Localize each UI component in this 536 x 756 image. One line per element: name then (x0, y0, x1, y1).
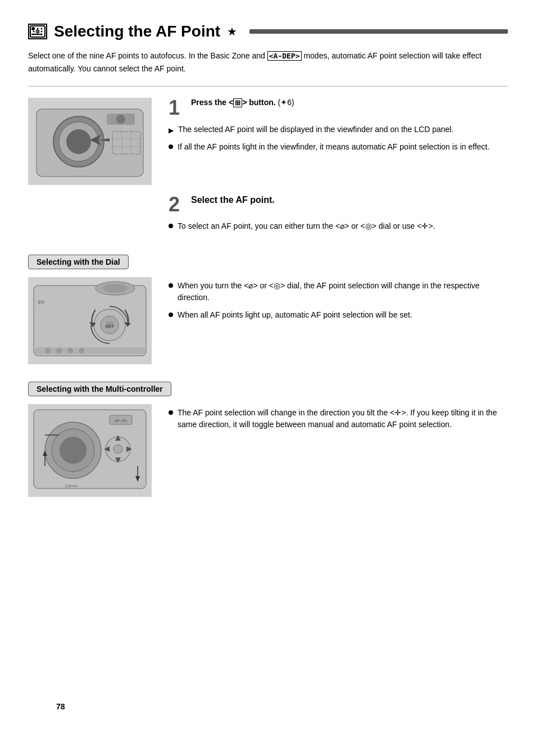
step-1-section: 1 Press the <⊞> button. (✦6) ▶ The selec… (28, 98, 508, 187)
svg-point-35 (67, 348, 73, 354)
multi-image-col: AF-ON Canon (28, 404, 157, 499)
page-title: Selecting the AF Point (54, 22, 220, 40)
dot-icon (169, 283, 173, 288)
step-2-bullet-1-text: To select an AF point, you can either tu… (178, 220, 435, 232)
title-bar-decoration (249, 29, 508, 34)
step-1-bullet-2: If all the AF points light in the viewfi… (169, 141, 508, 153)
step-1-title: Press the <⊞> button. (✦6) (191, 98, 294, 107)
step-1-bullet-2-text: If all the AF points light in the viewfi… (178, 141, 489, 153)
multi-bullets: The AF point selection will change in th… (169, 407, 508, 431)
multi-text-col: The AF point selection will change in th… (169, 404, 508, 436)
step-1-bullets: ▶ The selected AF point will be displaye… (169, 124, 508, 153)
multi-bullet-1-text: The AF point selection will change in th… (178, 407, 508, 431)
step-1-title-text: Press the <⊞> button. (191, 98, 276, 107)
step-1-bullet-1-text: The selected AF point will be displayed … (178, 124, 453, 135)
svg-text:Canon: Canon (65, 483, 78, 488)
svg-point-34 (56, 348, 62, 354)
svg-point-4 (33, 31, 35, 33)
svg-point-3 (41, 28, 43, 30)
svg-point-7 (41, 31, 43, 33)
adep-tag: <A-DEP> (267, 51, 302, 61)
svg-point-10 (41, 34, 43, 35)
svg-point-36 (79, 348, 84, 354)
step-1-content: 1 Press the <⊞> button. (✦6) ▶ The selec… (169, 98, 508, 187)
svg-point-44 (60, 437, 87, 464)
dial-text-col: When you turn the <⌀> or <◎> dial, the A… (169, 277, 508, 327)
dial-bullet-2-text: When all AF points light up, automatic A… (178, 309, 412, 321)
svg-rect-32 (35, 347, 145, 354)
svg-point-50 (113, 445, 122, 454)
intro-text1: Select one of the nine AF points to auto… (28, 51, 265, 60)
step-1-camera-image (28, 98, 152, 185)
dial-camera-image: SET EF (28, 277, 152, 364)
dial-bullet-1: When you turn the <⌀> or <◎> dial, the A… (169, 280, 508, 304)
dial-subsection: Selecting with the Dial SET (28, 255, 508, 366)
svg-point-27 (103, 284, 128, 293)
page-title-row: Selecting the AF Point ★ (28, 22, 508, 40)
title-star: ★ (227, 25, 237, 38)
step-1-ref: (✦6) (278, 98, 294, 107)
dial-image-col: SET EF (28, 277, 157, 366)
multi-bullet-1: The AF point selection will change in th… (169, 407, 508, 431)
svg-text:EF: EF (38, 300, 45, 305)
step-2-bullets: To select an AF point, you can either tu… (169, 220, 508, 232)
multi-section-row: AF-ON Canon The AF point selection will … (28, 404, 508, 499)
section-divider (28, 86, 508, 87)
step-1-image-col (28, 98, 157, 187)
step-2-title-text: Select the AF point. (191, 194, 275, 206)
page-number: 78 (56, 702, 65, 711)
multi-camera-image: AF-ON Canon (28, 404, 152, 497)
dot-icon (169, 313, 173, 317)
svg-point-8 (33, 34, 35, 35)
arrow-icon: ▶ (169, 125, 174, 135)
svg-point-6 (37, 31, 38, 32)
svg-point-15 (66, 129, 91, 154)
svg-rect-25 (34, 286, 146, 356)
step-2-section: 2 Select the AF point. To select an AF p… (169, 194, 508, 238)
intro-paragraph: Select one of the nine AF points to auto… (28, 49, 508, 75)
svg-point-2 (37, 28, 39, 30)
multi-subsection: Selecting with the Multi-controller (28, 382, 508, 499)
dial-bullet-1-text: When you turn the <⌀> or <◎> dial, the A… (178, 280, 508, 304)
svg-point-33 (45, 348, 51, 354)
svg-text:SET: SET (105, 324, 114, 329)
step-2-bullet-1: To select an AF point, you can either tu… (169, 220, 508, 232)
step-2-number: 2 (169, 194, 180, 215)
dial-subsection-header: Selecting with the Dial (28, 255, 129, 269)
svg-point-17 (116, 115, 125, 124)
step-2-content: 2 Select the AF point. To select an AF p… (169, 194, 508, 238)
step-1-bullet-1: ▶ The selected AF point will be displaye… (169, 124, 508, 135)
svg-text:AF-ON: AF-ON (115, 419, 127, 423)
dial-section-row: SET EF (28, 277, 508, 366)
dot-icon (169, 410, 173, 415)
dial-bullets: When you turn the <⌀> or <◎> dial, the A… (169, 280, 508, 321)
step-1-number: 1 (169, 98, 180, 118)
dot-icon (169, 144, 173, 149)
step-1-title-block: 1 Press the <⊞> button. (✦6) (169, 98, 508, 118)
dial-bullet-2: When all AF points light up, automatic A… (169, 309, 508, 321)
af-point-icon (28, 24, 47, 39)
multi-subsection-header: Selecting with the Multi-controller (28, 382, 171, 396)
step-2-title-block: 2 Select the AF point. (169, 194, 508, 215)
svg-point-1 (33, 28, 35, 30)
svg-point-9 (37, 34, 39, 35)
dot-icon (169, 224, 173, 228)
